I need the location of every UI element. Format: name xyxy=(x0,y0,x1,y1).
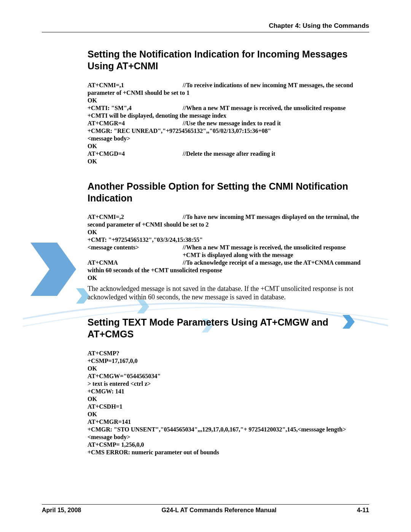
page-header: Chapter 4: Using the Commands xyxy=(42,22,369,32)
code-line: AT+CNMA xyxy=(88,259,183,267)
section-title-text-mode: Setting TEXT Mode Parameters Using AT+CM… xyxy=(42,316,369,340)
code-line: <message body> xyxy=(88,135,369,142)
code-line: parameter of +CNMI should be set to 1 xyxy=(88,89,369,97)
code-line: +CMT: "+97254565132","03/3/24,15:38:55" xyxy=(88,236,369,244)
code-block-cnmi-alt: AT+CNMI=,2//To have new incoming MT mess… xyxy=(42,213,369,282)
code-comment: //When a new MT message is received, the… xyxy=(183,104,346,112)
code-line: +CMS ERROR: numeric parameter out of bou… xyxy=(88,449,369,456)
code-line xyxy=(88,251,183,259)
code-line: OK xyxy=(88,395,369,403)
code-line: AT+CMGR=4 xyxy=(88,120,183,127)
code-comment: +CMT is displayed along with the message xyxy=(183,251,293,259)
paragraph-ack: The acknowledged message is not saved in… xyxy=(42,285,369,301)
code-line: OK xyxy=(88,411,369,418)
code-line: OK xyxy=(88,228,369,236)
code-line: OK xyxy=(88,365,369,372)
page-footer: April 15, 2008 G24-L AT Commands Referen… xyxy=(42,504,369,514)
code-line: +CMTI: "SM",4 xyxy=(88,104,183,112)
code-line: AT+CNMI=,2 xyxy=(88,213,183,221)
code-line: OK xyxy=(88,97,369,104)
code-line: OK xyxy=(88,142,369,150)
code-line: +CMGW: 141 xyxy=(88,388,369,395)
code-comment: //Use the new message index to read it xyxy=(183,120,281,127)
code-line: AT+CMGW="0544565034" xyxy=(88,372,369,380)
code-line: AT+CSMP= 1,256,0,0 xyxy=(88,441,369,449)
code-line: > text is entered <ctrl z> xyxy=(88,380,369,388)
code-line: <message body> xyxy=(88,433,369,441)
code-block-text-mode: AT+CSMP? +CSMP=17,167,0,0 OK AT+CMGW="05… xyxy=(42,350,369,456)
section-title-cnmi-alt: Another Possible Option for Setting the … xyxy=(42,181,369,204)
footer-date: April 15, 2008 xyxy=(42,507,81,514)
code-line: AT+CSMP? xyxy=(88,350,369,357)
code-line: +CMTI will be displayed, denoting the me… xyxy=(88,112,369,120)
code-line: +CMGR: "STO UNSENT","0544565034",,,129,1… xyxy=(88,426,369,433)
code-line: within 60 seconds of the +CMT unsolicite… xyxy=(88,267,369,274)
code-line: AT+CNMI=,1 xyxy=(88,81,183,89)
code-line: +CMGR: "REC UNREAD","+97254565132",,"05/… xyxy=(88,127,369,135)
code-line: OK xyxy=(88,274,369,282)
code-comment: //When a new MT message is received, the… xyxy=(183,244,346,251)
code-line: AT+CSDH=1 xyxy=(88,403,369,411)
code-comment: //To have new incoming MT messages displ… xyxy=(183,213,359,221)
code-line: second parameter of +CNMI should be set … xyxy=(88,221,369,228)
footer-title: G24-L AT Commands Reference Manual xyxy=(162,507,277,514)
code-comment: //Delete the message after reading it xyxy=(183,150,275,158)
code-block-cnmi: AT+CNMI=,1//To receive indications of ne… xyxy=(42,81,369,165)
code-line: AT+CMGR=141 xyxy=(88,418,369,426)
code-line: +CSMP=17,167,0,0 xyxy=(88,357,369,365)
section-title-cnmi: Setting the Notification Indication for … xyxy=(42,48,369,72)
footer-page: 4-11 xyxy=(357,507,369,514)
code-comment: //To acknowledge receipt of a message, u… xyxy=(183,259,360,267)
code-comment: //To receive indications of new incoming… xyxy=(183,81,353,89)
code-line: <message contents> xyxy=(88,244,183,251)
code-line: AT+CMGD=4 xyxy=(88,150,183,158)
code-line: OK xyxy=(88,158,369,165)
